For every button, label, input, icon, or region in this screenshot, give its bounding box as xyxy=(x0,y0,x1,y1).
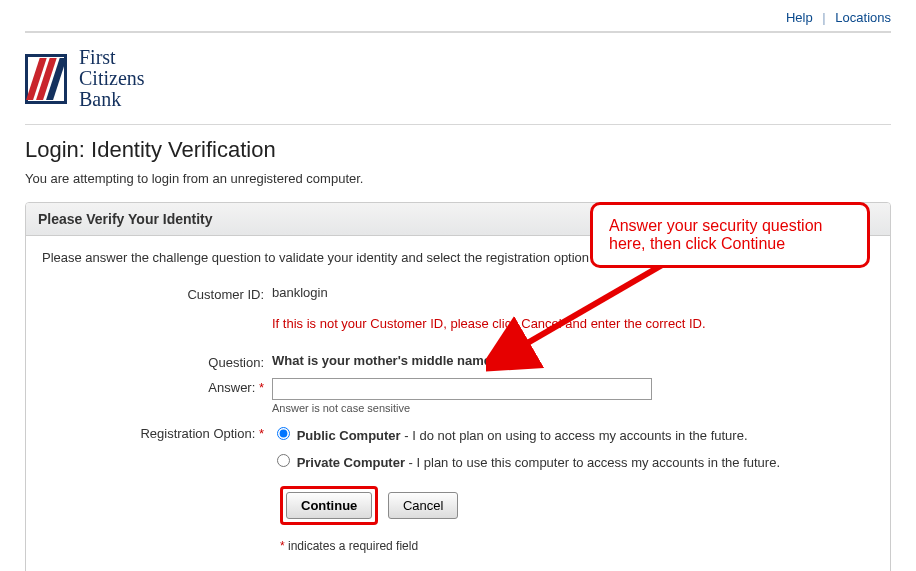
cancel-button[interactable]: Cancel xyxy=(388,492,458,519)
answer-required-star: * xyxy=(259,380,264,395)
page-subtitle: You are attempting to login from an unre… xyxy=(25,171,891,186)
logo-text: First Citizens Bank xyxy=(79,47,145,110)
answer-hint: Answer is not case sensitive xyxy=(272,402,652,414)
logo-line-1: First xyxy=(79,47,145,68)
answer-label: Answer: xyxy=(208,380,255,395)
question-label: Question: xyxy=(42,353,272,370)
logo-line-2: Citizens xyxy=(79,68,145,89)
callout-text: Answer your security question here, then… xyxy=(609,217,822,252)
help-link[interactable]: Help xyxy=(786,10,813,25)
customer-id-value: banklogin xyxy=(272,285,328,300)
required-star-legend: * xyxy=(280,539,285,553)
answer-input[interactable] xyxy=(272,378,652,400)
customer-id-label: Customer ID: xyxy=(42,285,272,302)
registration-required-star: * xyxy=(259,426,264,441)
logo-icon xyxy=(25,54,67,104)
question-text: What is your mother's middle name? xyxy=(272,353,499,368)
required-note: indicates a required field xyxy=(288,539,418,553)
public-computer-title: Public Computer xyxy=(297,428,401,443)
continue-button[interactable]: Continue xyxy=(286,492,372,519)
top-nav: Help | Locations xyxy=(25,0,891,31)
private-computer-desc: - I plan to use this computer to access … xyxy=(405,455,780,470)
locations-link[interactable]: Locations xyxy=(835,10,891,25)
public-computer-radio[interactable] xyxy=(277,427,290,440)
page-title: Login: Identity Verification xyxy=(25,137,891,163)
public-computer-desc: - I do not plan on using to access my ac… xyxy=(401,428,748,443)
annotation-arrow xyxy=(486,262,666,372)
nav-separator: | xyxy=(822,10,825,25)
logo-line-3: Bank xyxy=(79,89,145,110)
private-computer-title: Private Computer xyxy=(297,455,405,470)
private-computer-radio[interactable] xyxy=(277,454,290,467)
continue-highlight: Continue xyxy=(280,486,378,525)
registration-option-label: Registration Option: xyxy=(140,426,255,441)
divider-under-logo xyxy=(25,124,891,125)
annotation-callout: Answer your security question here, then… xyxy=(590,202,870,268)
logo: First Citizens Bank xyxy=(25,33,891,124)
